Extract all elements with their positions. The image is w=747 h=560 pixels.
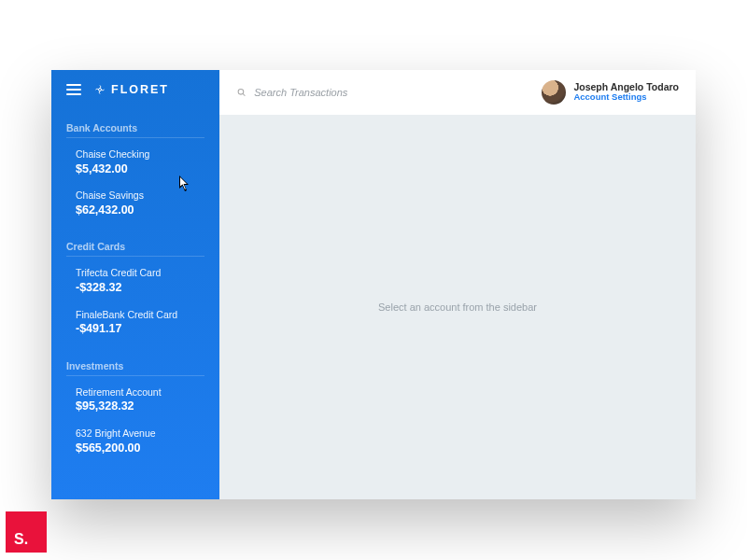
account-balance: $62,432.00 xyxy=(76,203,204,219)
account-name: Retirement Account xyxy=(76,385,204,399)
account-name: Trifecta Credit Card xyxy=(76,266,204,280)
sidebar-item-bright-avenue[interactable]: 632 Bright Avenue $565,200.00 xyxy=(66,423,204,464)
sidebar-item-chaise-checking[interactable]: Chaise Checking $5,432.00 xyxy=(66,144,204,185)
brand-name: FLORET xyxy=(111,83,169,96)
sidebar-item-finalebank-cc[interactable]: FinaleBank Credit Card -$491.17 xyxy=(66,304,204,345)
menu-icon[interactable] xyxy=(66,84,81,95)
brand-logo: FLORET xyxy=(94,83,169,96)
svg-point-1 xyxy=(238,89,244,94)
sidebar-item-chaise-savings[interactable]: Chaise Savings $62,432.00 xyxy=(66,185,204,226)
section-title: Investments xyxy=(66,355,204,376)
user-meta: Joseph Angelo Todaro Account Settings xyxy=(573,81,679,103)
search-input[interactable] xyxy=(254,87,532,98)
sidebar: FLORET Bank Accounts Chaise Checking $5,… xyxy=(51,70,219,499)
account-name: Chaise Checking xyxy=(76,147,204,161)
avatar[interactable] xyxy=(542,80,566,105)
search-icon xyxy=(236,87,247,98)
app-window: FLORET Bank Accounts Chaise Checking $5,… xyxy=(51,70,696,499)
account-balance: -$328.32 xyxy=(76,280,204,297)
main-panel: Joseph Angelo Todaro Account Settings Se… xyxy=(219,70,696,499)
top-bar: Joseph Angelo Todaro Account Settings xyxy=(219,70,696,115)
section-title: Bank Accounts xyxy=(66,117,204,138)
search xyxy=(236,87,532,98)
user-block: Joseph Angelo Todaro Account Settings xyxy=(542,80,679,105)
account-balance: $95,328.32 xyxy=(76,399,204,415)
sidebar-item-retirement[interactable]: Retirement Account $95,328.32 xyxy=(66,382,204,423)
content-area: Select an account from the sidebar xyxy=(219,115,696,499)
account-name: Chaise Savings xyxy=(76,189,204,203)
account-balance: -$491.17 xyxy=(76,321,204,338)
brand-bar: FLORET xyxy=(51,70,219,113)
sidebar-section-bank: Bank Accounts Chaise Checking $5,432.00 … xyxy=(51,113,219,231)
account-balance: $565,200.00 xyxy=(76,441,204,457)
sidebar-section-credit: Credit Cards Trifecta Credit Card -$328.… xyxy=(51,231,219,350)
account-name: 632 Bright Avenue xyxy=(76,427,204,441)
svg-point-0 xyxy=(99,89,102,91)
sidebar-section-invest: Investments Retirement Account $95,328.3… xyxy=(51,351,219,469)
section-title: Credit Cards xyxy=(66,235,204,257)
svg-line-2 xyxy=(243,93,245,95)
account-balance: $5,432.00 xyxy=(76,161,204,178)
account-settings-link[interactable]: Account Settings xyxy=(573,92,679,103)
account-name: FinaleBank Credit Card xyxy=(76,308,204,322)
flower-icon xyxy=(94,84,106,95)
badge-text: S. xyxy=(14,532,28,547)
empty-state-text: Select an account from the sidebar xyxy=(378,301,537,313)
sidebar-item-trifecta-cc[interactable]: Trifecta Credit Card -$328.32 xyxy=(66,262,204,303)
source-badge: S. xyxy=(6,511,47,553)
